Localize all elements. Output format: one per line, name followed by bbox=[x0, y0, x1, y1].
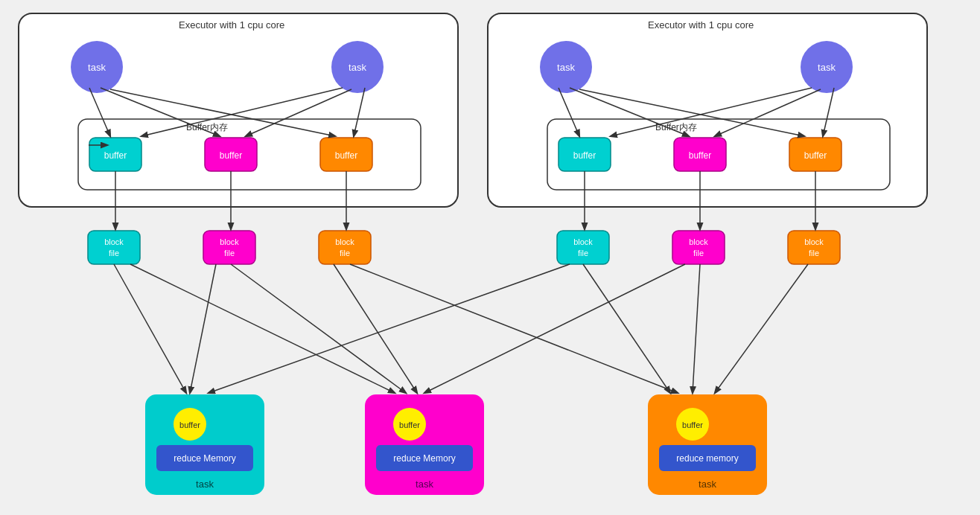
svg-text:reduce memory: reduce memory bbox=[676, 453, 738, 464]
right-executor-label: Executor with 1 cpu core bbox=[648, 19, 754, 31]
svg-text:file: file bbox=[109, 249, 119, 258]
diagram-svg: Executor with 1 cpu core Buffer内存 task t… bbox=[0, 0, 980, 515]
left-task-2-label: task bbox=[349, 62, 366, 73]
left-executor-label: Executor with 1 cpu core bbox=[179, 19, 284, 31]
svg-text:task: task bbox=[196, 479, 214, 490]
left-buffer-2-label: buffer bbox=[220, 150, 242, 161]
right-block-2 bbox=[672, 231, 725, 264]
svg-text:buffer: buffer bbox=[682, 420, 703, 429]
svg-text:buffer: buffer bbox=[399, 420, 420, 429]
svg-text:block: block bbox=[104, 237, 124, 246]
svg-text:block: block bbox=[220, 237, 239, 246]
right-task-1-label: task bbox=[557, 62, 575, 73]
left-buffer-3-label: buffer bbox=[335, 150, 357, 161]
left-buffer-1-label: buffer bbox=[104, 150, 127, 161]
svg-text:file: file bbox=[224, 249, 235, 258]
svg-line-50 bbox=[715, 264, 808, 393]
left-task-1-label: task bbox=[88, 62, 106, 73]
right-buffer-2-label: buffer bbox=[689, 150, 711, 161]
left-block-3 bbox=[319, 231, 371, 264]
svg-line-43 bbox=[231, 264, 406, 393]
svg-line-48 bbox=[424, 264, 685, 393]
svg-text:task: task bbox=[699, 479, 716, 490]
svg-text:task: task bbox=[416, 479, 433, 490]
svg-text:file: file bbox=[578, 249, 588, 258]
svg-text:block: block bbox=[689, 237, 708, 246]
svg-text:block: block bbox=[804, 237, 824, 246]
svg-line-40 bbox=[114, 264, 186, 393]
svg-text:file: file bbox=[809, 249, 819, 258]
svg-text:buffer: buffer bbox=[179, 420, 200, 429]
left-block-1 bbox=[88, 231, 140, 264]
svg-text:block: block bbox=[573, 237, 593, 246]
svg-text:file: file bbox=[340, 249, 350, 258]
svg-text:block: block bbox=[335, 237, 354, 246]
svg-line-42 bbox=[190, 264, 216, 393]
svg-line-44 bbox=[334, 264, 417, 393]
svg-text:reduce Memory: reduce Memory bbox=[174, 453, 235, 464]
right-buffer-3-label: buffer bbox=[804, 150, 827, 161]
right-task-2-label: task bbox=[818, 62, 836, 73]
left-block-2 bbox=[203, 231, 255, 264]
svg-line-45 bbox=[350, 264, 678, 393]
svg-line-47 bbox=[583, 264, 670, 393]
right-block-3 bbox=[788, 231, 840, 264]
svg-line-49 bbox=[693, 264, 700, 393]
right-block-1 bbox=[557, 231, 609, 264]
right-buffer-1-label: buffer bbox=[573, 150, 596, 161]
svg-text:file: file bbox=[693, 249, 704, 258]
svg-text:reduce Memory: reduce Memory bbox=[393, 453, 455, 464]
